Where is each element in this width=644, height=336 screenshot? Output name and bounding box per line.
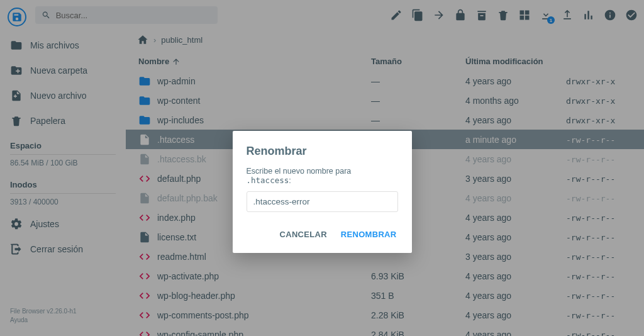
cancel-button[interactable]: CANCELAR <box>279 226 328 243</box>
confirm-button[interactable]: RENOMBRAR <box>340 226 398 243</box>
modal-actions: CANCELAR RENOMBRAR <box>247 226 398 243</box>
modal-title: Renombrar <box>247 145 398 158</box>
rename-modal: Renombrar Escribe el nuevo nombre para .… <box>233 131 412 253</box>
rename-input[interactable] <box>247 191 398 212</box>
modal-overlay[interactable]: Renombrar Escribe el nuevo nombre para .… <box>0 0 644 336</box>
modal-prompt: Escribe el nuevo nombre para .htaccess: <box>247 167 398 185</box>
